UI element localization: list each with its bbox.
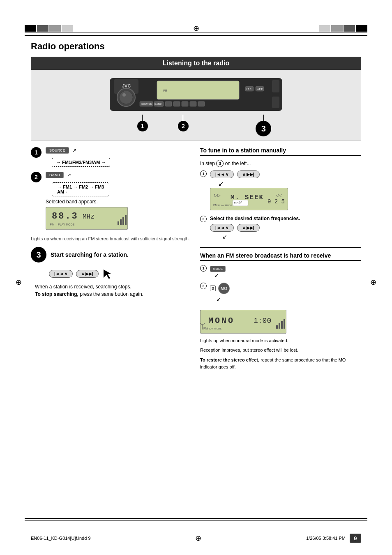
- sub-step-2-buttons: |◄◄ ∨ ∧ ▶▶|: [210, 224, 300, 232]
- svg-point-5: [120, 91, 133, 104]
- mode-button: MODE: [210, 266, 226, 272]
- reg-block-7: [344, 25, 355, 32]
- svg-rect-14: [165, 101, 172, 106]
- svg-text:▲▶▶: ▲▶▶: [257, 88, 263, 90]
- svg-text:1:00: 1:00: [254, 317, 271, 325]
- footer-right: 1/26/05 3:58:41 PM 9: [306, 534, 361, 543]
- hold-display-svg: ▷▷ M. SEEK ◁◁ 9 2 5 Hold... FM PLAY MODE: [210, 188, 288, 210]
- reg-block-1: [25, 25, 36, 32]
- main-content: Radio operations Listening to the radio …: [31, 41, 361, 514]
- step-3-note2: To stop searching, press the same button…: [35, 290, 192, 298]
- prev-button[interactable]: |◄◄ ∨: [49, 270, 73, 278]
- right-column: To tune in to a station manually In step…: [200, 147, 361, 370]
- step-1-circle: 1: [31, 147, 42, 158]
- hard-receive-title: When an FM stereo broadcast is hard to r…: [200, 252, 361, 261]
- lights-text: Lights up when receiving an FM stereo br…: [31, 236, 192, 242]
- two-col-layout: 1 SOURCE ↗ → FM1/FM2/FM3/AM → 2 BAND: [31, 147, 361, 370]
- step-1-arrow-box: → FM1/FM2/FM3/AM →: [52, 158, 110, 167]
- svg-rect-7: [157, 81, 239, 99]
- page-number: 9: [350, 534, 361, 543]
- curve-arrow-mo: ↙: [216, 296, 230, 302]
- callout-3-circle: 3: [256, 121, 271, 136]
- step-2-arrow-text: → FM1 → FM2 → FM3: [57, 184, 104, 189]
- footer-date: 1/26/05 3:58:41 PM: [306, 536, 346, 541]
- hard-sub-step-1: 1 MODE ↙: [200, 265, 361, 279]
- hard-sub-2-content: B MO ↙: [210, 283, 230, 302]
- svg-rect-15: [173, 101, 180, 106]
- radio-device-svg: JVC FM |◄◄ ▲▶▶ SOURCE: [108, 76, 284, 113]
- step-2-arrow-indicator: ↗: [67, 172, 71, 178]
- svg-text:SOURCE: SOURCE: [141, 103, 152, 105]
- svg-rect-17: [190, 101, 196, 106]
- band-button-label: BAND: [46, 172, 64, 178]
- step-2-circle: 2: [31, 172, 42, 182]
- next-btn-sub1[interactable]: ∧ ▶▶|: [237, 170, 260, 178]
- left-column: 1 SOURCE ↗ → FM1/FM2/FM3/AM → 2 BAND: [31, 147, 192, 370]
- svg-text:PLAY MODE: PLAY MODE: [218, 204, 232, 207]
- callout-2-circle: 2: [178, 121, 189, 131]
- svg-point-6: [122, 93, 126, 97]
- bottom-crosshair: ⊕: [195, 534, 201, 543]
- footer-file: EN06-11_KD-G814[U]f.indd 9: [31, 536, 91, 541]
- next-btn-sub2[interactable]: ∧ ▶▶|: [237, 224, 260, 232]
- sub-step-1-buttons: |◄◄ ∨ ∧ ▶▶|: [210, 170, 288, 178]
- step-1-content: SOURCE ↗ → FM1/FM2/FM3/AM →: [46, 147, 192, 167]
- step-1-arrow-indicator: ↗: [72, 147, 76, 153]
- reg-block-8: [356, 25, 367, 32]
- svg-text:|◄◄: |◄◄: [246, 88, 251, 90]
- hard-receive-lights-text: Lights up when monaural mode is activate…: [200, 337, 361, 344]
- svg-text:FM: FM: [213, 204, 217, 207]
- svg-rect-33: [125, 215, 127, 225]
- manual-tune-subtitle: In step 3 on the left...: [200, 160, 361, 167]
- reg-block-3: [49, 25, 61, 32]
- page-title: Radio operations: [31, 41, 361, 52]
- svg-text:FM: FM: [50, 223, 55, 226]
- footer-center: ⊕: [195, 534, 201, 543]
- radio-image-area: JVC FM |◄◄ ▲▶▶ SOURCE: [31, 70, 361, 141]
- freq-display-svg: 88.3 MHz FM PLAY MODE: [46, 207, 128, 230]
- page-footer: EN06-11_KD-G814[U]f.indd 9 ⊕ 1/26/05 3:5…: [31, 531, 361, 543]
- bottom-border-thin: [25, 520, 367, 520]
- svg-rect-23: [272, 80, 279, 92]
- svg-rect-18: [198, 101, 205, 106]
- b-label: B: [210, 286, 216, 291]
- nav-buttons-row: |◄◄ ∨ ∧ ▶▶|: [49, 267, 192, 280]
- sub-step-1-num: 1: [200, 170, 207, 177]
- curve-arrow-mode: ↙: [214, 272, 226, 279]
- step-2-content: BAND ↗ → FM1 → FM2 → FM3 AM ← Selected b…: [46, 172, 192, 231]
- prev-btn-sub1[interactable]: |◄◄ ∨: [210, 170, 234, 178]
- mono-display-svg: MONO 1:00 FM PLAY MODE: [200, 310, 286, 334]
- right-crosshair: ⊕: [370, 278, 376, 287]
- left-crosshair: ⊕: [16, 278, 22, 287]
- svg-rect-32: [122, 217, 124, 225]
- svg-text:FM: FM: [163, 89, 167, 92]
- hard-sub-1-num: 1: [200, 265, 207, 272]
- reg-block-4: [62, 25, 73, 32]
- step3-inline-circle: 3: [216, 160, 224, 167]
- center-crosshair: ⊕: [193, 24, 199, 33]
- hard-receive-note1: Reception improves, but stereo effect wi…: [200, 347, 361, 354]
- svg-rect-51: [284, 319, 285, 329]
- manual-tune-section: To tune in to a station manually In step…: [200, 147, 361, 240]
- section-header: Listening to the radio: [31, 57, 361, 70]
- step-3-circle: 3: [31, 247, 46, 263]
- svg-text:PLAY MODE: PLAY MODE: [58, 223, 75, 226]
- hard-receive-restore: To restore the stereo effect, repeat the…: [200, 357, 361, 370]
- prev-btn-sub2[interactable]: |◄◄ ∨: [210, 224, 234, 232]
- step-3-note1: When a station is received, searching st…: [35, 283, 192, 290]
- svg-rect-16: [182, 101, 188, 106]
- callout-1-circle: 1: [137, 121, 148, 131]
- step-3-instruction: Start searching for a station.: [51, 251, 192, 258]
- reg-blocks-right: [319, 25, 367, 32]
- section-divider: [200, 247, 361, 248]
- svg-text:BAND: BAND: [154, 103, 162, 105]
- svg-text:9 2 5: 9 2 5: [267, 198, 285, 205]
- curve-arrow-1: ↙: [218, 180, 288, 188]
- step-3-item: 3 Start searching for a station.: [31, 247, 192, 263]
- step-2-note: Selected band appears.: [46, 199, 192, 205]
- svg-rect-24: [272, 97, 279, 108]
- next-button[interactable]: ∧ ▶▶|: [76, 270, 99, 278]
- manual-sub-step-1: 1 |◄◄ ∨ ∧ ▶▶| ↙ ▷▷ M. SEEK: [200, 170, 361, 212]
- callout-1-area: 1: [137, 115, 148, 136]
- mo-button[interactable]: MO: [218, 283, 230, 294]
